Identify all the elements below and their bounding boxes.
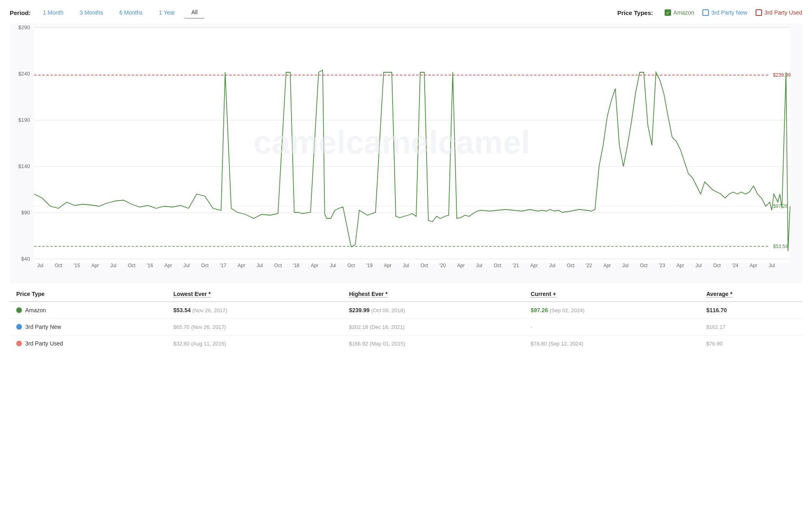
svg-text:Oct: Oct: [494, 263, 501, 268]
svg-text:'16: '16: [147, 263, 153, 268]
svg-text:'19: '19: [366, 263, 373, 268]
average-amazon: $116.70: [700, 302, 802, 319]
svg-text:Oct: Oct: [348, 263, 355, 268]
col-lowest: Lowest Ever *: [167, 287, 343, 302]
amazon-dot: [16, 307, 22, 313]
average-new: $162.17: [700, 319, 802, 335]
svg-text:'24: '24: [732, 263, 739, 268]
average-used: $76.90: [700, 335, 802, 352]
svg-text:Jul: Jul: [549, 263, 555, 268]
svg-text:Oct: Oct: [421, 263, 428, 268]
table-row: 3rd Party New $65.70 (Nov 26, 2017) $202…: [10, 319, 802, 335]
svg-text:$97.26: $97.26: [773, 203, 788, 209]
col-average: Average *: [700, 287, 802, 302]
pt-cell-used: 3rd Party Used: [10, 335, 167, 352]
svg-text:'21: '21: [512, 263, 519, 268]
svg-text:Apr: Apr: [384, 263, 392, 268]
svg-text:Apr: Apr: [676, 263, 684, 268]
pt-amazon-label: Amazon: [674, 9, 694, 16]
table-row: Amazon $53.54 (Nov 26, 2017) $239.99 (Oc…: [10, 302, 802, 319]
period-section: Period: 1 Month 3 Months 6 Months 1 Year…: [10, 6, 205, 19]
svg-text:Jul: Jul: [257, 263, 263, 268]
svg-text:Oct: Oct: [713, 263, 721, 268]
period-1month-btn[interactable]: 1 Month: [36, 7, 71, 18]
lowest-amazon: $53.54 (Nov 26, 2017): [167, 302, 343, 319]
svg-text:Apr: Apr: [457, 263, 465, 268]
svg-text:Oct: Oct: [128, 263, 136, 268]
used-checkbox[interactable]: [756, 9, 762, 16]
period-label: Period:: [10, 9, 31, 16]
highest-new: $202.18 (Dec 16, 2021): [343, 319, 524, 335]
svg-text:'23: '23: [659, 263, 665, 268]
pt-used[interactable]: 3rd Party Used: [756, 9, 802, 16]
stats-table: Price Type Lowest Ever * Highest Ever * …: [10, 287, 802, 352]
current-amazon: $97.26 (Sep 02, 2024): [524, 302, 700, 319]
svg-text:Apr: Apr: [164, 263, 172, 268]
highest-amazon: $239.99 (Oct 09, 2018): [343, 302, 524, 319]
highest-used: $166.92 (May 01, 2015): [343, 335, 524, 352]
svg-text:$190: $190: [18, 117, 30, 123]
price-types-label: Price Types:: [617, 9, 653, 16]
header-row: Period: 1 Month 3 Months 6 Months 1 Year…: [10, 6, 802, 19]
svg-text:Jul: Jul: [695, 263, 702, 268]
svg-text:Oct: Oct: [274, 263, 282, 268]
period-1year-btn[interactable]: 1 Year: [151, 7, 182, 18]
svg-text:Oct: Oct: [201, 263, 209, 268]
svg-text:$290: $290: [18, 24, 30, 30]
chart-wrapper: $290 $240 $190 $140 $90 $40 $239.99 $53.…: [10, 24, 802, 283]
pt-new-label: 3rd Party New: [711, 9, 747, 16]
col-price-type: Price Type: [10, 287, 167, 302]
new-checkbox[interactable]: [702, 9, 709, 16]
svg-text:camelcamelcamel: camelcamelcamel: [254, 124, 530, 160]
svg-text:$140: $140: [18, 163, 30, 169]
svg-text:'17: '17: [220, 263, 227, 268]
svg-text:Apr: Apr: [238, 263, 245, 268]
svg-text:Jul: Jul: [110, 263, 117, 268]
svg-text:$53.54: $53.54: [773, 244, 788, 249]
svg-text:Jul: Jul: [37, 263, 43, 268]
col-highest: Highest Ever *: [343, 287, 524, 302]
svg-text:'22: '22: [586, 263, 592, 268]
period-6months-btn[interactable]: 6 Months: [112, 7, 150, 18]
used-dot: [16, 341, 22, 346]
pt-cell-new: 3rd Party New: [10, 319, 167, 335]
current-new: -: [524, 319, 700, 335]
pt-cell-amazon: Amazon: [10, 302, 167, 319]
svg-text:Apr: Apr: [91, 263, 99, 268]
pt-amazon[interactable]: ✓ Amazon: [665, 9, 694, 16]
svg-text:'18: '18: [293, 263, 300, 268]
svg-text:Apr: Apr: [311, 263, 318, 268]
svg-text:$40: $40: [21, 256, 30, 262]
new-dot: [16, 324, 22, 330]
svg-text:Oct: Oct: [567, 263, 574, 268]
table-row: 3rd Party Used $32.80 (Aug 11, 2015) $16…: [10, 335, 802, 352]
main-container: Period: 1 Month 3 Months 6 Months 1 Year…: [0, 0, 812, 514]
svg-text:Oct: Oct: [640, 263, 648, 268]
pt-new[interactable]: 3rd Party New: [702, 9, 747, 16]
amazon-checkbox[interactable]: ✓: [665, 9, 671, 16]
price-chart: $290 $240 $190 $140 $90 $40 $239.99 $53.…: [10, 24, 802, 283]
lowest-new: $65.70 (Nov 26, 2017): [167, 319, 343, 335]
svg-text:Jul: Jul: [403, 263, 409, 268]
lowest-used: $32.80 (Aug 11, 2015): [167, 335, 343, 352]
svg-text:Apr: Apr: [750, 263, 758, 268]
svg-text:Apr: Apr: [603, 263, 611, 268]
price-types-section: Price Types: ✓ Amazon 3rd Party New 3rd …: [617, 9, 802, 16]
pt-used-label: 3rd Party Used: [764, 9, 802, 16]
svg-text:Oct: Oct: [55, 263, 63, 268]
period-all-btn[interactable]: All: [184, 6, 205, 19]
svg-text:Jul: Jul: [476, 263, 482, 268]
svg-text:Jul: Jul: [769, 263, 775, 268]
col-current: Current +: [524, 287, 700, 302]
period-3months-btn[interactable]: 3 Months: [72, 7, 110, 18]
svg-text:Jul: Jul: [622, 263, 628, 268]
svg-text:$90: $90: [21, 209, 30, 216]
svg-text:Jul: Jul: [184, 263, 190, 268]
svg-text:$240: $240: [18, 71, 30, 77]
svg-text:Jul: Jul: [330, 263, 336, 268]
current-used: $78.80 (Sep 12, 2024): [524, 335, 700, 352]
svg-text:'20: '20: [439, 263, 446, 268]
svg-text:$239.99: $239.99: [773, 72, 791, 78]
svg-text:Apr: Apr: [530, 263, 538, 268]
svg-text:'15: '15: [73, 263, 80, 268]
